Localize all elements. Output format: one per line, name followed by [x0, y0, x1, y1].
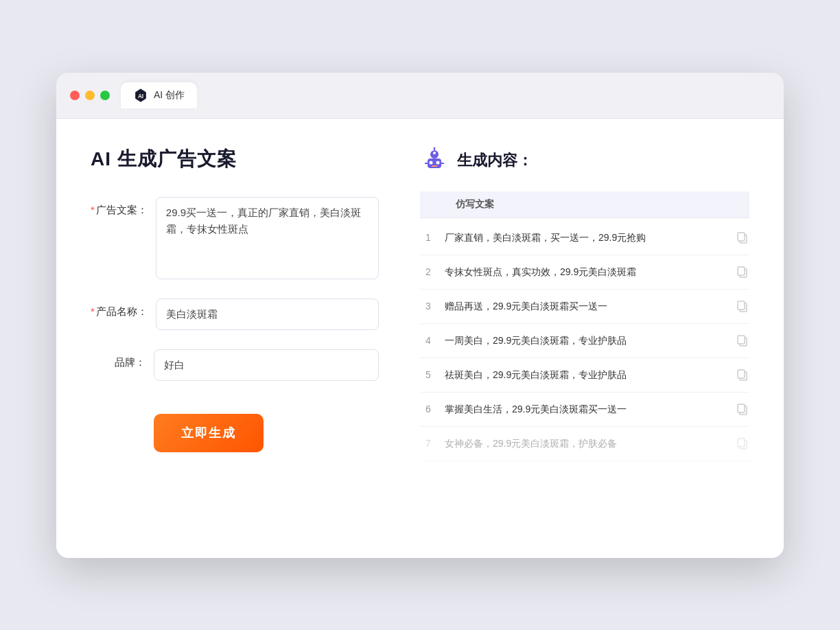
row-number: 5 — [420, 369, 436, 380]
copy-icon[interactable] — [736, 299, 749, 313]
left-panel: AI 生成广告文案 *广告文案： 29.9买一送一，真正的厂家直销，美白淡斑霜，… — [91, 146, 379, 524]
result-title: 生成内容： — [457, 150, 533, 171]
ad-copy-label: *广告文案： — [91, 197, 148, 217]
browser-tab[interactable]: AI AI 创作 — [121, 82, 197, 108]
generate-button[interactable]: 立即生成 — [154, 414, 264, 452]
svg-point-3 — [433, 152, 436, 154]
window-controls — [70, 91, 110, 100]
browser-window: AI AI 创作 AI 生成广告文案 *广告文案： 29.9买一送一，真正的厂家… — [56, 73, 784, 558]
row-number: 1 — [420, 232, 436, 243]
maximize-button[interactable] — [100, 91, 110, 100]
form-group-brand: 品牌： — [91, 349, 379, 381]
ad-copy-textarea[interactable]: 29.9买一送一，真正的厂家直销，美白淡斑霜，专抹女性斑点 — [156, 197, 379, 279]
svg-rect-17 — [738, 301, 745, 310]
row-text: 掌握美白生活，29.9元美白淡斑霜买一送一 — [445, 402, 727, 417]
table-row: 7女神必备，29.9元美白淡斑霜，护肤必备 — [420, 427, 749, 461]
row-text: 厂家直销，美白淡斑霜，买一送一，29.9元抢购 — [445, 231, 727, 245]
ai-tab-icon: AI — [133, 88, 148, 103]
form-group-ad-copy: *广告文案： 29.9买一送一，真正的厂家直销，美白淡斑霜，专抹女性斑点 — [91, 197, 379, 279]
form-group-product-name: *产品名称： — [91, 299, 379, 330]
table-row: 3赠品再送，29.9元美白淡斑霜买一送一 — [420, 290, 749, 324]
copy-icon[interactable] — [736, 265, 749, 279]
required-star-2: * — [91, 305, 95, 317]
svg-rect-23 — [738, 404, 745, 412]
row-number: 3 — [420, 301, 436, 312]
copy-icon[interactable] — [736, 231, 749, 244]
close-button[interactable] — [70, 91, 80, 100]
product-name-input[interactable] — [156, 299, 379, 330]
svg-text:AI: AI — [138, 93, 143, 99]
copy-icon[interactable] — [736, 436, 749, 450]
row-number: 6 — [420, 404, 436, 415]
brand-label: 品牌： — [91, 349, 145, 369]
table-row: 4一周美白，29.9元美白淡斑霜，专业护肤品 — [420, 324, 749, 358]
copy-icon[interactable] — [736, 334, 749, 347]
table-header: 仿写文案 — [420, 191, 749, 218]
table-row: 1厂家直销，美白淡斑霜，买一送一，29.9元抢购 — [420, 221, 749, 255]
product-name-label: *产品名称： — [91, 299, 148, 318]
result-list: 1厂家直销，美白淡斑霜，买一送一，29.9元抢购 2专抹女性斑点，真实功效，29… — [420, 221, 749, 461]
row-text: 专抹女性斑点，真实功效，29.9元美白淡斑霜 — [445, 265, 727, 279]
row-text: 祛斑美白，29.9元美白淡斑霜，专业护肤品 — [445, 368, 727, 382]
required-star-1: * — [91, 204, 95, 215]
table-row: 2专抹女性斑点，真实功效，29.9元美白淡斑霜 — [420, 255, 749, 290]
brand-input[interactable] — [154, 349, 379, 381]
result-header: 生成内容： — [420, 146, 749, 175]
right-panel: 生成内容： 仿写文案 1厂家直销，美白淡斑霜，买一送一，29.9元抢购 2专抹女… — [420, 146, 749, 524]
minimize-button[interactable] — [85, 91, 95, 100]
robot-icon — [420, 146, 449, 175]
svg-rect-13 — [738, 233, 745, 241]
table-row: 6掌握美白生活，29.9元美白淡斑霜买一送一 — [420, 393, 749, 427]
row-text: 女神必备，29.9元美白淡斑霜，护肤必备 — [445, 436, 727, 451]
table-row: 5祛斑美白，29.9元美白淡斑霜，专业护肤品 — [420, 358, 749, 393]
browser-titlebar: AI AI 创作 — [56, 73, 784, 119]
row-number: 7 — [420, 438, 436, 449]
page-title: AI 生成广告文案 — [91, 146, 379, 172]
svg-rect-19 — [738, 336, 745, 344]
svg-point-6 — [436, 161, 440, 164]
row-number: 4 — [420, 335, 436, 346]
svg-point-9 — [434, 147, 436, 149]
svg-rect-7 — [432, 165, 437, 167]
svg-point-5 — [430, 161, 433, 164]
svg-rect-25 — [738, 439, 745, 447]
row-text: 一周美白，29.9元美白淡斑霜，专业护肤品 — [445, 334, 727, 348]
row-number: 2 — [420, 266, 436, 277]
tab-label: AI 创作 — [154, 89, 185, 102]
svg-rect-15 — [738, 267, 745, 275]
browser-content: AI 生成广告文案 *广告文案： 29.9买一送一，真正的厂家直销，美白淡斑霜，… — [56, 119, 784, 558]
row-text: 赠品再送，29.9元美白淡斑霜买一送一 — [445, 299, 727, 314]
svg-rect-21 — [738, 370, 745, 378]
copy-icon[interactable] — [736, 368, 749, 382]
copy-icon[interactable] — [736, 402, 749, 416]
